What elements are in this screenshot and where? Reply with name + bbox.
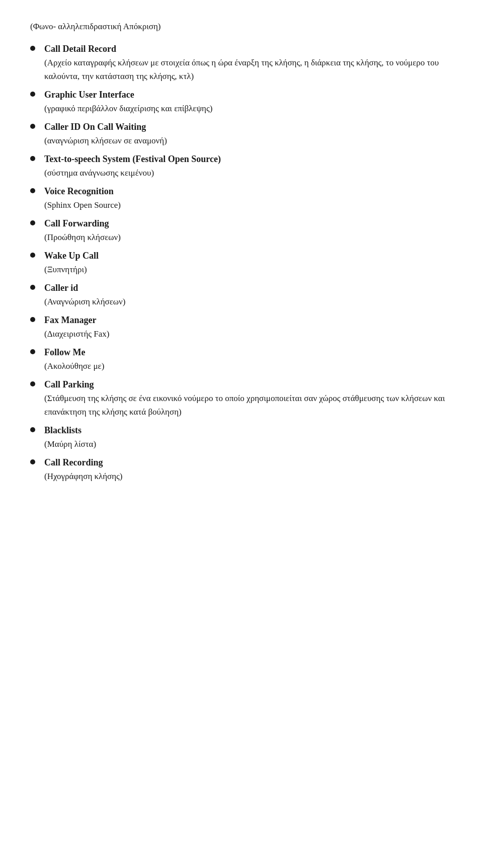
item-content: Blacklists (Μαύρη λίστα) [44, 424, 453, 451]
bullet-icon [30, 92, 35, 97]
item-title: Call Forwarding [44, 218, 109, 228]
item-description: (Αναγνώριση κλήσεων) [44, 297, 125, 306]
item-description: (Ακολούθησε με) [44, 361, 104, 371]
item-description: (Ηχογράφηση κλήσης) [44, 471, 123, 481]
item-description: (Sphinx Open Source) [44, 200, 121, 210]
item-description: (Προώθηση κλήσεων) [44, 232, 121, 242]
item-description: (Διαχειριστής Fax) [44, 329, 109, 339]
bullet-icon [30, 124, 35, 129]
item-title: Text-to-speech System (Festival Open Sou… [44, 154, 221, 164]
list-item: Call Forwarding (Προώθηση κλήσεων) [30, 217, 453, 244]
main-content: (Φωνο- αλληλεπιδραστική Απόκριση) Call D… [30, 20, 453, 483]
item-title: Call Detail Record [44, 44, 116, 54]
item-description: (γραφικό περιβάλλον διαχείρισης και επίβ… [44, 104, 212, 113]
item-description: (αναγνώριση κλήσεων σε αναμονή) [44, 136, 167, 145]
item-content: Call Parking (Στάθμευση της κλήσης σε έν… [44, 378, 453, 419]
item-description: (Αρχείο καταγραφής κλήσεων με στοιχεία ό… [44, 58, 439, 81]
list-item: Caller ID On Call Waiting (αναγνώριση κλ… [30, 120, 453, 147]
item-content: Graphic User Interface (γραφικό περιβάλλ… [44, 88, 453, 115]
item-content: Wake Up Call (Ξυπνητήρι) [44, 249, 453, 276]
item-content: Follow Me (Ακολούθησε με) [44, 346, 453, 373]
item-title: Graphic User Interface [44, 90, 134, 100]
list-item: Voice Recognition (Sphinx Open Source) [30, 185, 453, 212]
item-content: Voice Recognition (Sphinx Open Source) [44, 185, 453, 212]
item-title: Call Parking [44, 379, 94, 389]
item-description: (Στάθμευση της κλήσης σε ένα εικονικό νο… [44, 393, 445, 417]
list-item: Call Recording (Ηχογράφηση κλήσης) [30, 456, 453, 483]
item-title: Voice Recognition [44, 186, 114, 196]
features-list: Call Detail Record (Αρχείο καταγραφής κλ… [30, 42, 453, 483]
list-item: Graphic User Interface (γραφικό περιβάλλ… [30, 88, 453, 115]
bullet-icon [30, 253, 35, 258]
item-content: Fax Manager (Διαχειριστής Fax) [44, 313, 453, 341]
item-title: Call Recording [44, 457, 103, 467]
list-item: Call Detail Record (Αρχείο καταγραφής κλ… [30, 42, 453, 83]
bullet-icon [30, 317, 35, 322]
item-description: (Μαύρη λίστα) [44, 439, 96, 449]
bullet-icon [30, 459, 35, 464]
list-item: Call Parking (Στάθμευση της κλήσης σε έν… [30, 378, 453, 419]
bullet-icon [30, 349, 35, 354]
item-title: Caller id [44, 283, 78, 293]
list-item: Wake Up Call (Ξυπνητήρι) [30, 249, 453, 276]
item-title: Wake Up Call [44, 251, 99, 261]
item-content: Call Detail Record (Αρχείο καταγραφής κλ… [44, 42, 453, 83]
bullet-icon [30, 156, 35, 161]
bullet-icon [30, 188, 35, 193]
item-content: Caller id (Αναγνώριση κλήσεων) [44, 281, 453, 308]
item-title: Blacklists [44, 425, 82, 435]
list-item: Fax Manager (Διαχειριστής Fax) [30, 313, 453, 341]
bullet-icon [30, 427, 35, 432]
item-content: Text-to-speech System (Festival Open Sou… [44, 152, 453, 180]
item-description: (σύστημα ανάγνωσης κειμένου) [44, 168, 154, 178]
list-item: Caller id (Αναγνώριση κλήσεων) [30, 281, 453, 308]
item-title: Fax Manager [44, 315, 96, 325]
list-item: Blacklists (Μαύρη λίστα) [30, 424, 453, 451]
item-title: Caller ID On Call Waiting [44, 122, 146, 132]
bullet-icon [30, 285, 35, 290]
intro-line: (Φωνο- αλληλεπιδραστική Απόκριση) [30, 20, 453, 33]
item-content: Call Forwarding (Προώθηση κλήσεων) [44, 217, 453, 244]
item-title: Follow Me [44, 347, 85, 357]
bullet-icon [30, 46, 35, 51]
bullet-icon [30, 381, 35, 386]
bullet-icon [30, 220, 35, 225]
item-title-suffix: (Festival Open Source) [130, 154, 221, 164]
list-item: Follow Me (Ακολούθησε με) [30, 346, 453, 373]
list-item: Text-to-speech System (Festival Open Sou… [30, 152, 453, 180]
item-description: (Ξυπνητήρι) [44, 265, 87, 274]
item-content: Caller ID On Call Waiting (αναγνώριση κλ… [44, 120, 453, 147]
item-content: Call Recording (Ηχογράφηση κλήσης) [44, 456, 453, 483]
